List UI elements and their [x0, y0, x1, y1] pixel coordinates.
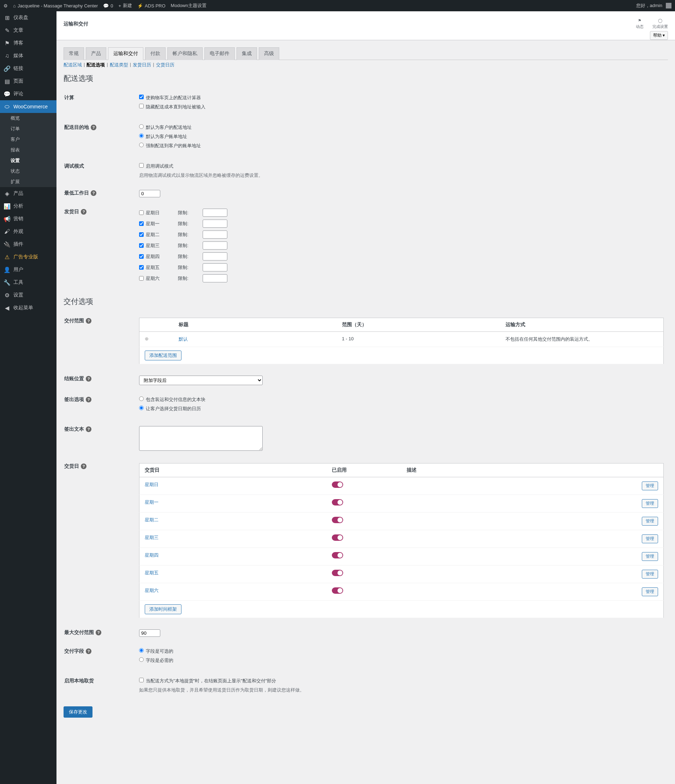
sidebar-products[interactable]: ◈产品: [0, 187, 56, 200]
add-range-btn[interactable]: 添加配送范围: [145, 350, 182, 361]
delivery-day-link[interactable]: 星期四: [145, 552, 159, 558]
sidebar-links[interactable]: 🔗链接: [0, 62, 56, 75]
sidebar-settings[interactable]: ⚙设置: [0, 289, 56, 302]
submenu-status[interactable]: 状态: [0, 166, 56, 176]
toggle-switch[interactable]: [332, 534, 343, 541]
ship-day-row[interactable]: 星期二限制:: [139, 230, 664, 239]
ship-day-row[interactable]: 星期六限制:: [139, 274, 664, 282]
df-opt2[interactable]: 字段是必需的: [139, 657, 664, 664]
limit-input[interactable]: [203, 230, 227, 239]
sidebar-users[interactable]: 👤用户: [0, 263, 56, 276]
ship-day-row[interactable]: 星期五限制:: [139, 263, 664, 271]
local-pickup-opt[interactable]: 当配送方式为"本地提货"时，在结账页面上显示"配送和交付"部分: [139, 678, 664, 684]
toggle-switch[interactable]: [332, 481, 343, 488]
submenu-reports[interactable]: 报表: [0, 145, 56, 155]
drag-icon[interactable]: ⊕: [145, 336, 149, 341]
checkout-text-input[interactable]: [139, 426, 263, 451]
avatar[interactable]: [666, 3, 672, 8]
tab-general[interactable]: 常规: [64, 47, 84, 60]
toggle-switch[interactable]: [332, 552, 343, 558]
help-icon[interactable]: [81, 209, 87, 215]
new-content[interactable]: + 新建: [118, 3, 132, 9]
debug-opt1[interactable]: 启用调试模式: [139, 163, 664, 170]
sidebar-dashboard[interactable]: ⊞仪表盘: [0, 11, 56, 24]
maxrange-input[interactable]: [139, 629, 160, 637]
help-icon[interactable]: [86, 426, 92, 432]
submenu-overview[interactable]: 概览: [0, 113, 56, 124]
sidebar-posts[interactable]: ✎文章: [0, 24, 56, 37]
ads-pro[interactable]: ⚡ ADS PRO: [137, 3, 166, 8]
mindays-input[interactable]: [139, 190, 160, 197]
help-icon[interactable]: [86, 649, 92, 654]
sidebar-marketing[interactable]: 📢营销: [0, 213, 56, 225]
wp-logo[interactable]: ⚙: [3, 3, 8, 8]
manage-btn[interactable]: 管理: [642, 517, 658, 526]
manage-btn[interactable]: 管理: [642, 587, 658, 596]
sidebar-blog[interactable]: ⚑博客: [0, 37, 56, 50]
submenu-extensions[interactable]: 扩展: [0, 176, 56, 187]
checkout-opt2[interactable]: 让客户选择交货日期的日历: [139, 406, 664, 412]
subnav-zones[interactable]: 配送区域: [64, 62, 82, 68]
toggle-switch[interactable]: [332, 499, 343, 506]
ship-day-row[interactable]: 星期一限制:: [139, 219, 664, 228]
toggle-switch[interactable]: [332, 517, 343, 523]
subnav-ship-calendar[interactable]: 发货日历: [133, 62, 151, 68]
sidebar-analytics[interactable]: 📊分析: [0, 200, 56, 213]
manage-btn[interactable]: 管理: [642, 499, 658, 508]
calc-opt1[interactable]: 使购物车页上的配送计算器: [139, 95, 664, 101]
dest-opt1[interactable]: 默认为客户的配送地址: [139, 124, 664, 131]
manage-btn[interactable]: 管理: [642, 570, 658, 579]
limit-input[interactable]: [203, 274, 227, 282]
delivery-day-link[interactable]: 星期二: [145, 517, 159, 523]
comments-link[interactable]: 💬 0: [103, 3, 113, 8]
limit-input[interactable]: [203, 208, 227, 217]
sidebar-collapse[interactable]: ◀收起菜单: [0, 302, 56, 314]
tab-accounts[interactable]: 帐户和隐私: [167, 47, 203, 60]
modown-settings[interactable]: Modown主题设置: [171, 3, 207, 9]
limit-input[interactable]: [203, 219, 227, 228]
sidebar-plugins[interactable]: 🔌插件: [0, 238, 56, 250]
help-button[interactable]: 帮助 ▾: [650, 31, 668, 40]
checkout-pos-select[interactable]: 附加字段后: [139, 376, 263, 385]
tab-advanced[interactable]: 高级: [259, 47, 279, 60]
finish-setup-btn[interactable]: ◯完成设置: [652, 19, 668, 29]
sidebar-media[interactable]: ♫媒体: [0, 50, 56, 62]
sidebar-woocommerce[interactable]: ⬭WooCommerce: [0, 100, 56, 113]
tab-shipping[interactable]: 运输和交付: [108, 47, 143, 60]
calc-opt2[interactable]: 隐藏配送成本直到地址被输入: [139, 104, 664, 110]
ship-day-row[interactable]: 星期四限制:: [139, 252, 664, 260]
delivery-day-link[interactable]: 星期五: [145, 570, 159, 576]
subnav-options[interactable]: 配送选项: [87, 62, 105, 68]
delivery-day-link[interactable]: 星期日: [145, 482, 159, 487]
tab-products[interactable]: 产品: [86, 47, 106, 60]
subnav-classes[interactable]: 配送类型: [110, 62, 128, 68]
checkout-opt1[interactable]: 包含装运和交付信息的文本块: [139, 397, 664, 403]
sidebar-ads-pro[interactable]: ⚠广告专业版: [0, 250, 56, 263]
ship-day-row[interactable]: 星期三限制:: [139, 241, 664, 250]
help-icon[interactable]: [96, 630, 101, 635]
manage-btn[interactable]: 管理: [642, 552, 658, 561]
help-icon[interactable]: [86, 397, 92, 403]
sidebar-appearance[interactable]: 🖌外观: [0, 225, 56, 238]
subnav-delivery-calendar[interactable]: 交货日历: [156, 62, 174, 68]
delivery-day-link[interactable]: 星期三: [145, 535, 159, 540]
greeting[interactable]: 您好，admin: [636, 3, 662, 9]
toggle-switch[interactable]: [332, 587, 343, 594]
limit-input[interactable]: [203, 252, 227, 260]
sidebar-tools[interactable]: 🔧工具: [0, 276, 56, 289]
dest-opt3[interactable]: 强制配送到客户的账单地址: [139, 143, 664, 149]
add-timeframe-btn[interactable]: 添加时间框架: [145, 604, 182, 614]
delivery-day-link[interactable]: 星期六: [145, 588, 159, 593]
activity-btn[interactable]: ⚑动态: [636, 19, 644, 29]
submenu-settings[interactable]: 设置: [0, 155, 56, 166]
df-opt1[interactable]: 字段是可选的: [139, 648, 664, 655]
tab-integration[interactable]: 集成: [236, 47, 257, 60]
site-name[interactable]: ⌂ Jacqueline - Massage Theraphy Center: [13, 3, 98, 8]
submenu-orders[interactable]: 订单: [0, 124, 56, 134]
range-default-link[interactable]: 默认: [179, 336, 188, 342]
toggle-switch[interactable]: [332, 570, 343, 576]
help-icon[interactable]: [91, 190, 96, 196]
save-button[interactable]: 保存更改: [64, 706, 92, 718]
manage-btn[interactable]: 管理: [642, 534, 658, 543]
delivery-day-link[interactable]: 星期一: [145, 499, 159, 505]
